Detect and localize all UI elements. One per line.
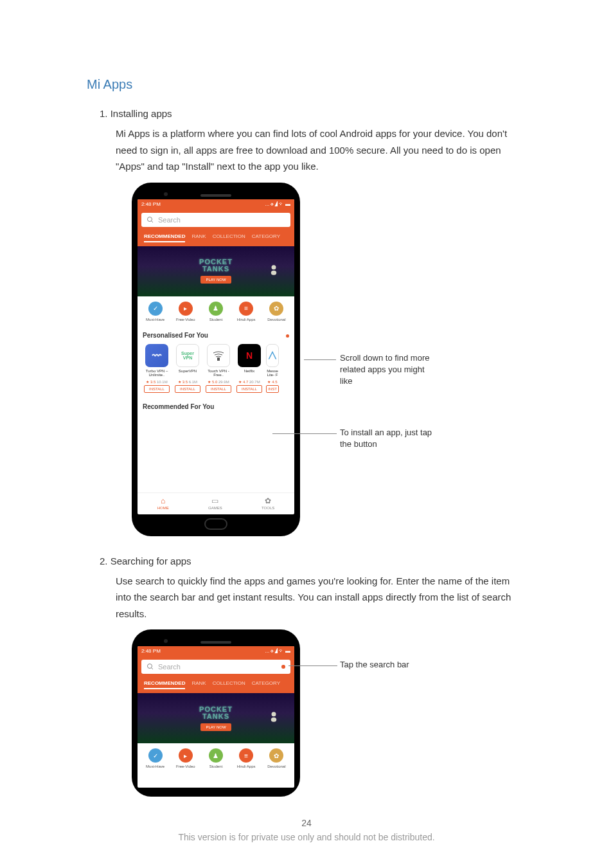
devotional-icon: ✿: [269, 302, 283, 316]
svg-point-3: [271, 270, 276, 275]
status-time: 2:48 PM: [141, 201, 161, 207]
install-button[interactable]: INSTALL: [236, 385, 262, 393]
category-freevideo[interactable]: ▸Free-Video: [172, 748, 200, 768]
category-musthave[interactable]: ✓Must-Have: [141, 748, 170, 768]
play-now-button[interactable]: PLAY NOW: [200, 276, 231, 284]
scroll-indicator-dot: [286, 334, 289, 338]
callout-scroll: Scroll down to find more related apps yo…: [340, 352, 436, 388]
check-icon: ✓: [148, 302, 163, 316]
personalised-heading: Personalised For You: [138, 327, 294, 344]
touchvpn-icon: [207, 344, 230, 367]
category-devotional[interactable]: ✿Devotional: [262, 302, 290, 321]
callout-search: Tap the search bar: [340, 659, 409, 671]
nav-home[interactable]: ⌂HOME: [157, 496, 169, 510]
hardware-home-button[interactable]: [204, 518, 227, 530]
category-hindi[interactable]: ≡Hindi Apps: [232, 302, 260, 321]
games-icon: ▭: [208, 496, 222, 505]
svg-line-6: [152, 668, 154, 670]
tab-collection[interactable]: COLLECTION: [213, 233, 245, 242]
svg-point-2: [272, 265, 276, 269]
promo-banner[interactable]: POCKET TANKS PLAY NOW: [138, 246, 294, 296]
turbovpn-icon: 〰: [145, 344, 168, 367]
install-button[interactable]: INSTALL: [206, 385, 231, 393]
promo-banner[interactable]: POCKET TANKS PLAY NOW: [138, 693, 294, 743]
category-student[interactable]: ♟Student: [202, 748, 230, 768]
student-icon: ♟: [209, 302, 223, 316]
search-indicator-dot: [281, 665, 285, 669]
play-now-button[interactable]: PLAY NOW: [200, 723, 231, 731]
banner-line2: TANKS: [202, 266, 229, 273]
status-bar: 2:48 PM ... ⊕ ◢ ᯤ ▬: [138, 646, 294, 656]
footer-disclaimer: This version is for private use only and…: [0, 832, 613, 842]
tab-category[interactable]: CATEGORY: [252, 680, 280, 689]
category-hindi[interactable]: ≡Hindi Apps: [232, 748, 260, 768]
section2-body: Use search to quickly find the apps and …: [116, 573, 526, 622]
banner-character-icon: [269, 264, 278, 276]
status-bar: 2:48 PM ... ⊕ ◢ ᯤ ▬: [138, 199, 294, 209]
recommended-heading: Recommended For You: [138, 398, 294, 415]
tab-collection[interactable]: COLLECTION: [213, 680, 245, 689]
hindi-icon: ≡: [239, 302, 253, 316]
install-button[interactable]: INST: [266, 385, 279, 393]
nav-tools[interactable]: ✿TOOLS: [262, 496, 274, 510]
tab-bar: RECOMMENDED RANK COLLECTION CATEGORY: [141, 231, 290, 246]
messenger-icon: [266, 344, 279, 367]
app-item[interactable]: N Netflix ★ 4.7 20.7M INSTALL: [235, 344, 263, 393]
tools-icon: ✿: [262, 496, 274, 505]
tab-category[interactable]: CATEGORY: [252, 233, 280, 242]
svg-rect-4: [217, 357, 220, 361]
tab-rank[interactable]: RANK: [191, 680, 206, 689]
video-icon: ▸: [179, 302, 193, 316]
search-input[interactable]: Search: [141, 213, 290, 227]
banner-character-icon: [269, 711, 278, 723]
svg-line-1: [152, 221, 154, 222]
section1-heading: 1. Installing apps: [100, 108, 526, 119]
page-title: Mi Apps: [87, 77, 526, 92]
app-item[interactable]: Messe Lite- F ★ 4.5 INST: [266, 344, 279, 393]
svg-point-8: [271, 718, 276, 722]
category-student[interactable]: ♟Student: [202, 302, 230, 321]
callout-install: To install an app, just tap the button: [340, 427, 436, 450]
category-devotional[interactable]: ✿Devotional: [262, 748, 290, 768]
app-item[interactable]: Touch VPN -Free.. ★ 5.0 29.9M INSTALL: [204, 344, 233, 393]
svg-point-0: [148, 217, 152, 221]
category-freevideo[interactable]: ▸Free-Video: [172, 302, 200, 321]
section1-body: Mi Apps is a platform where you can find…: [116, 125, 526, 175]
search-input[interactable]: Search: [141, 660, 290, 674]
netflix-icon: N: [238, 344, 261, 367]
search-placeholder: Search: [158, 216, 181, 224]
home-icon: ⌂: [157, 496, 169, 505]
tab-recommended[interactable]: RECOMMENDED: [144, 233, 185, 242]
search-icon: [147, 216, 154, 224]
tab-recommended[interactable]: RECOMMENDED: [144, 680, 185, 689]
bottom-nav: ⌂HOME ▭GAMES ✿TOOLS: [138, 493, 294, 513]
supervpn-icon: SuperVPN: [176, 344, 199, 367]
nav-games[interactable]: ▭GAMES: [208, 496, 222, 510]
app-item[interactable]: 〰 Turbo VPN – Unlimite.. ★ 3.5 10.1M INS…: [143, 344, 171, 393]
app-item[interactable]: SuperVPN SuperVPN ★ 3.5 6.1M INSTALL: [173, 344, 202, 393]
category-musthave[interactable]: ✓Must-Have: [141, 302, 170, 321]
status-icons: ... ⊕ ◢ ᯤ ▬: [265, 201, 290, 207]
tab-rank[interactable]: RANK: [191, 233, 206, 242]
page-number: 24: [0, 818, 613, 828]
phone-mockup-1: 2:48 PM ... ⊕ ◢ ᯤ ▬ Search RECOMMENDED R…: [132, 183, 300, 536]
search-icon: [147, 663, 154, 671]
svg-point-5: [148, 664, 152, 669]
install-button[interactable]: INSTALL: [144, 385, 170, 393]
install-button[interactable]: INSTALL: [175, 385, 200, 393]
phone-mockup-2: 2:48 PM ... ⊕ ◢ ᯤ ▬ Search RECOMMENDED R…: [132, 629, 300, 797]
svg-point-7: [272, 712, 276, 716]
section2-heading: 2. Searching for apps: [100, 556, 526, 566]
